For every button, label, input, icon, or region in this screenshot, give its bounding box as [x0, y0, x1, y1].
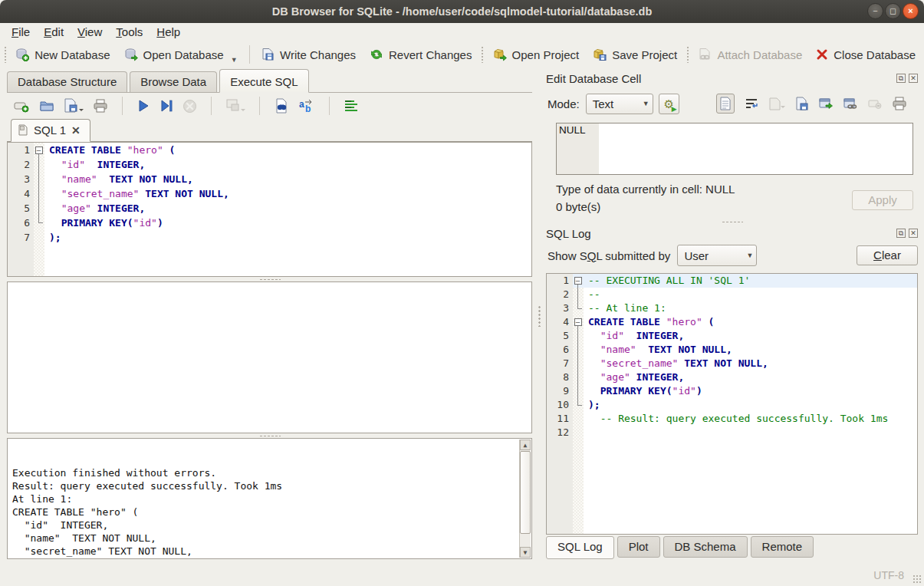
code-line: 7 "secret_name" TEXT NOT NULL, — [547, 357, 917, 370]
close-database-button[interactable]: Close Database — [809, 43, 922, 66]
format-sql-icon[interactable] — [344, 99, 359, 113]
import-cell-data-icon — [768, 97, 785, 110]
menu-view[interactable]: View — [71, 24, 109, 40]
mode-select[interactable]: Text ▼ — [586, 94, 653, 114]
splitter-handle[interactable] — [7, 277, 532, 281]
fold-margin-cell — [573, 412, 584, 426]
open-project-button[interactable]: Open Project — [486, 43, 587, 66]
scrollbar-thumb[interactable] — [520, 451, 531, 534]
tab-db-schema[interactable]: DB Schema — [663, 536, 748, 558]
save-cell-data-icon[interactable] — [795, 97, 809, 110]
splitter-handle[interactable] — [546, 218, 918, 226]
open-database-button[interactable]: Open Database ▼ — [117, 43, 245, 66]
fold-margin-cell — [573, 384, 584, 398]
clear-log-button[interactable]: Clear — [857, 245, 918, 265]
sql-editor[interactable]: 1–CREATE TABLE "hero" (2 "id" INTEGER,3 … — [7, 142, 532, 277]
dock-float-icon[interactable]: ⧉ — [896, 74, 906, 83]
tab-remote[interactable]: Remote — [751, 536, 814, 558]
tab-sql-log[interactable]: SQL Log — [546, 536, 614, 559]
revert-changes-button[interactable]: Revert Changes — [363, 43, 478, 66]
code-line: 12 — [547, 426, 917, 440]
code-text: ); — [584, 398, 600, 412]
new-database-button[interactable]: New Database — [8, 43, 117, 66]
sql-file-icon — [18, 124, 28, 136]
maximize-button[interactable]: ◻ — [885, 3, 901, 19]
message-line: "name" TEXT NOT NULL, — [12, 532, 516, 545]
menu-edit[interactable]: Edit — [37, 24, 71, 40]
submitted-by-select[interactable]: User ▼ — [677, 245, 757, 266]
tab-execute-sql[interactable]: Execute SQL — [219, 69, 308, 93]
open-database-dropdown-icon[interactable]: ▼ — [231, 56, 238, 66]
scrollbar[interactable]: ▲ ▼ — [519, 440, 531, 558]
new-database-icon — [15, 48, 29, 61]
export-cell-data-icon[interactable] — [819, 97, 834, 110]
scroll-up-icon[interactable]: ▲ — [520, 440, 531, 450]
execute-current-line-icon[interactable] — [159, 99, 173, 113]
line-number: 12 — [547, 426, 573, 440]
tab-browse-data[interactable]: Browse Data — [130, 71, 217, 92]
tab-database-structure[interactable]: Database Structure — [7, 71, 127, 92]
toolbar-handle[interactable] — [4, 46, 6, 63]
execute-sql-icon[interactable] — [136, 99, 150, 113]
save-project-button[interactable]: Save Project — [586, 43, 684, 66]
cell-size-info: 0 byte(s) — [556, 200, 852, 213]
code-line: 10); — [547, 398, 917, 412]
close-sql-tab-icon[interactable]: ✕ — [71, 124, 81, 137]
edit-cell-panel-title: Edit Database Cell — [546, 72, 893, 85]
cell-value-editor[interactable]: NULL — [556, 123, 913, 175]
execution-message-pane[interactable]: Execution finished without errors.Result… — [7, 438, 532, 559]
sql1-tab[interactable]: SQL 1 ✕ — [11, 119, 90, 142]
dock-close-icon[interactable]: ✕ — [909, 229, 918, 238]
resize-grip[interactable] — [912, 574, 922, 584]
scroll-down-icon[interactable]: ▼ — [520, 547, 531, 558]
autocomplete-icon[interactable]: ab — [298, 98, 315, 114]
text-mode-icon[interactable] — [716, 94, 735, 114]
code-line: 2-- — [547, 288, 917, 301]
open-project-icon — [493, 48, 507, 61]
write-changes-button[interactable]: Write Changes — [254, 43, 363, 66]
print-cell-icon[interactable] — [892, 96, 907, 111]
code-text: -- — [584, 288, 600, 301]
open-sql-file-icon[interactable] — [39, 98, 54, 114]
results-grid[interactable] — [7, 281, 532, 433]
menu-help[interactable]: Help — [150, 24, 187, 40]
fold-margin-cell — [34, 157, 44, 172]
code-line: 11 -- Result: query executed successfull… — [547, 412, 917, 426]
code-text: -- EXECUTING ALL IN 'SQL 1' — [584, 274, 750, 288]
open-url-link-icon[interactable] — [843, 97, 858, 110]
auto-switch-mode-button[interactable]: ⚙▶ — [659, 94, 679, 114]
new-sql-tab-icon[interactable] — [13, 98, 30, 114]
word-wrap-icon[interactable] — [745, 97, 758, 110]
fold-toggle-icon[interactable]: – — [573, 274, 584, 288]
message-line: At line 1: — [12, 492, 516, 505]
fold-margin-cell — [573, 357, 584, 370]
message-line: "age" INTEGER, — [12, 558, 516, 559]
minimize-button[interactable]: − — [867, 3, 883, 19]
sql-log-view[interactable]: 1–-- EXECUTING ALL IN 'SQL 1'2--3-- At l… — [546, 273, 918, 535]
toolbar-separator — [259, 97, 260, 115]
code-text: -- At line 1: — [584, 301, 666, 315]
fold-toggle-icon[interactable]: – — [573, 315, 584, 329]
menu-file[interactable]: File — [5, 24, 37, 40]
code-text: PRIMARY KEY("id") — [584, 384, 702, 398]
dock-close-icon[interactable]: ✕ — [909, 74, 918, 83]
fold-toggle-icon[interactable]: – — [34, 143, 44, 157]
vertical-splitter[interactable] — [537, 68, 542, 564]
edit-cell-panel-header: Edit Database Cell ⧉ ✕ — [546, 71, 918, 86]
fold-margin-cell — [573, 370, 584, 384]
line-number: 6 — [547, 343, 573, 357]
toolbar-handle[interactable] — [481, 46, 483, 63]
set-null-icon — [868, 98, 882, 109]
code-text: "id" INTEGER, — [584, 329, 684, 343]
close-button[interactable]: × — [903, 3, 919, 19]
dock-float-icon[interactable]: ⧉ — [896, 229, 906, 238]
tab-plot[interactable]: Plot — [617, 536, 660, 558]
line-number: 6 — [8, 216, 34, 230]
cell-null-marker: NULL — [557, 123, 599, 174]
open-database-icon — [124, 48, 138, 61]
print-sql-icon[interactable] — [93, 98, 108, 114]
toolbar-handle[interactable] — [686, 46, 689, 63]
find-in-sql-icon[interactable] — [274, 98, 289, 114]
menu-tools[interactable]: Tools — [109, 24, 150, 40]
save-sql-file-icon[interactable] — [64, 98, 84, 114]
